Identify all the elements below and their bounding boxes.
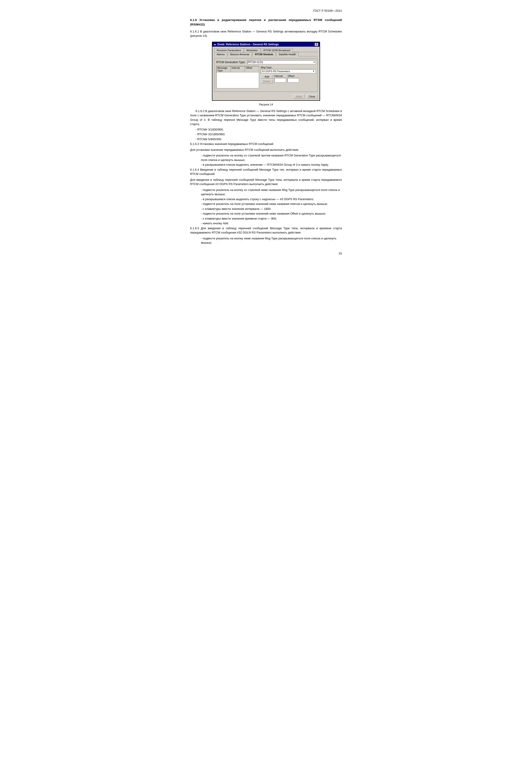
tab-satellite-health[interactable]: Satellite Health (276, 52, 298, 56)
step1-2: - в раскрывшемся списке выделить значени… (201, 162, 342, 167)
list-item-3: - RTCM# 5/900/300. (196, 137, 342, 141)
steps1-list: - подвести указатель на кнопку со стрелк… (190, 153, 342, 167)
col-message-type: Message Type (216, 66, 231, 72)
tab-rtcm-shedule[interactable]: RTCM Shedule (252, 52, 276, 56)
dialog-window: ▬ Doob: Reference Stations - General RS … (212, 42, 320, 101)
close-button[interactable]: Close (306, 94, 318, 98)
section-title: 6.1.6 Установка и редактирование перечня… (190, 18, 342, 27)
para-6162: 6.1.6.2 В диалоговом окне Reference Stat… (190, 109, 342, 126)
offset-input[interactable] (287, 78, 299, 82)
interval-offset-panel: Interval: Offset: (274, 75, 299, 82)
para-6164: 6.1.6.4 Введение в таблицу перечней сооб… (190, 167, 342, 176)
window-icon: ▬ (214, 43, 216, 45)
dialog-body: Receiver Parameters Modulator RTCM 16/36… (212, 47, 320, 100)
steps3-list: - подвести указатель на кнопку ниже назв… (190, 236, 342, 245)
apply-button[interactable]: Apply (293, 94, 305, 98)
titlebar-left: ▬ Doob: Reference Stations - General RS … (214, 43, 279, 46)
msg-type-select[interactable]: #3 DGPS RS Parameters ▼ (261, 69, 316, 73)
para-6163-body: Для установки значения передаваемых RTCM… (190, 148, 342, 152)
tab-beacon-almanac[interactable]: Beacon Almanac (228, 52, 252, 56)
offset-label: Offset: (288, 75, 295, 77)
page-number: 33 (190, 252, 342, 255)
table-body (216, 72, 259, 88)
step1-1: - подвести указатель на кнопку со стрелк… (201, 153, 342, 162)
steps2-list: - подвести указатель на кнопку со стрелк… (190, 188, 342, 226)
col-offset: Offset (245, 66, 259, 72)
tab-alarms[interactable]: Alarms (214, 52, 227, 56)
table-header-row: Message Type Interval Offset (216, 66, 259, 72)
message-table: Message Type Interval Offset (216, 66, 259, 88)
step2-6: - с клавиатуры ввести значение времени с… (201, 217, 342, 221)
message-table-panel: Message Type Interval Offset (216, 66, 259, 88)
list-item-1: - RTCM# 3/1800/900; (196, 127, 342, 132)
col-interval: Interval (231, 66, 245, 72)
tabs-row-2: Alarms Beacon Almanac RTCM Shedule Satel… (214, 52, 318, 56)
tab-content-rtcm-shedule: RTCM Generation Type: RTCM #1/31 ▼ Messa… (214, 58, 318, 92)
para-6165: 6.1.6.5 Для введения в таблицу перечней … (190, 226, 342, 235)
tab-rtcm-broadcast[interactable]: RTCM 16/36 Broadcast (261, 48, 293, 52)
generation-type-select[interactable]: RTCM #1/31 ▼ (247, 60, 316, 64)
tab-receiver-parameters[interactable]: Receiver Parameters (214, 48, 243, 52)
step3-1: - подвести указатель на кнопку ниже назв… (201, 236, 342, 245)
interval-label: Interval: (274, 75, 283, 77)
generation-type-arrow: ▼ (313, 61, 315, 63)
dialog-container: ▬ Doob: Reference Stations - General RS … (190, 42, 342, 101)
generation-type-row: RTCM Generation Type: RTCM #1/31 ▼ (216, 60, 316, 64)
right-panel: Msg Type: #3 DGPS RS Parameters ▼ Add De… (261, 66, 316, 88)
close-window-button[interactable]: ✕ (315, 43, 318, 46)
tab-modulator[interactable]: Modulator (244, 48, 260, 52)
dialog-titlebar: ▬ Doob: Reference Stations - General RS … (212, 42, 320, 47)
list-item-2: - RTCM# 32/1800/960; (196, 132, 342, 136)
generation-type-label: RTCM Generation Type: (216, 61, 246, 64)
step2-7: - нажать кнопку Add. (201, 221, 342, 226)
para-6163-title: 6.1.6.3 Установка значения передаваемых … (190, 142, 342, 146)
step2-1: - подвести указатель на кнопку со стрелк… (201, 188, 342, 197)
list-items: - RTCM# 3/1800/900; - RTCM# 32/1800/960;… (190, 127, 342, 141)
interval-input[interactable] (274, 78, 286, 82)
dialog-footer: Apply Close (214, 93, 318, 98)
step2-2: - в раскрывшемся списке выделить строку … (201, 197, 342, 202)
standard-label: ГОСТ Р 55109—2012 (313, 9, 342, 12)
io-inputs (274, 78, 299, 82)
dialog-title: Doob: Reference Stations - General RS Se… (217, 43, 279, 46)
msg-type-row: Msg Type: #3 DGPS RS Parameters ▼ (261, 66, 316, 73)
msg-type-label: Msg Type: (261, 66, 316, 69)
add-button[interactable]: Add (261, 75, 273, 79)
table-section: Message Type Interval Offset Msg Type: (216, 66, 316, 88)
io-labels: Interval: Offset: (274, 75, 299, 77)
step2-3: - подвести указатель на поле установки з… (201, 202, 342, 206)
page-header: ГОСТ Р 55109—2012 (190, 9, 342, 12)
figure-caption: Рисунок 14 (190, 103, 342, 106)
msg-type-arrow: ▼ (313, 70, 315, 72)
intro-paragraph: 6.1.6.1 В диалоговом окне Reference Stat… (190, 29, 342, 38)
step2-5: - подвести указатель на поле установки з… (201, 212, 342, 216)
add-delete-row: Add Delete Interval: Offset: (261, 75, 316, 83)
tabs-row: Receiver Parameters Modulator RTCM 16/36… (214, 48, 318, 52)
add-delete-buttons: Add Delete (261, 75, 273, 83)
step2-4: - с клавиатуры ввести значение интервала… (201, 207, 342, 211)
delete-button[interactable]: Delete (261, 79, 273, 83)
para-6164-body: Для введения в таблицу перечней сообщени… (190, 177, 342, 186)
